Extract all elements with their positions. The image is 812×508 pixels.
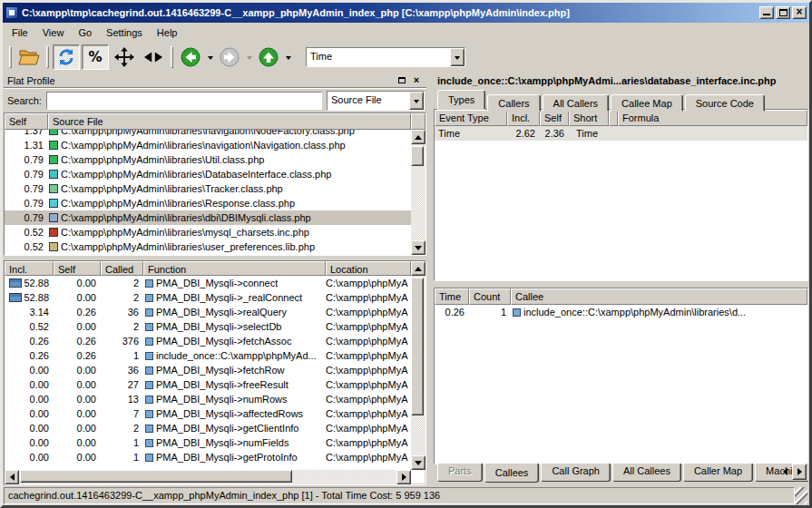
scroll-left-button[interactable] [5,470,19,484]
column-header-incl[interactable]: Incl. [507,110,540,126]
group-by-selector[interactable]: Source File [327,91,425,111]
toolbar-handle[interactable] [46,46,49,68]
maximize-button[interactable] [776,6,790,19]
column-header-callee[interactable]: Callee [511,288,807,305]
file-list-row[interactable]: 0.79 C:\xampp\phpMyAdmin\libraries\Respo… [5,196,411,210]
function-row[interactable]: 52.88 0.00 2 PMA_DBI_Mysqli->connect C:\… [5,276,411,290]
function-row[interactable]: 0.00 0.00 13 PMA_DBI_Mysqli->numRows C:\… [5,392,411,406]
resize-grip[interactable] [795,487,807,504]
dock-float-button[interactable] [396,74,408,86]
tab[interactable]: Callers [487,94,540,112]
menu-item[interactable]: Go [71,24,99,41]
file-list-row[interactable]: 0.79 C:\xampp\phpMyAdmin\libraries\dbi\D… [5,210,411,225]
function-row[interactable]: 0.26 0.26 1 include_once::C:\xampp\phpMy… [5,348,411,363]
toolbar-handle[interactable] [9,46,12,68]
function-table-hscrollbar[interactable] [5,470,411,484]
group-by-dropdown-button[interactable] [409,92,424,110]
dock-close-button[interactable]: × [410,74,423,86]
event-type-selector[interactable]: Time [306,47,465,67]
function-row[interactable]: 0.00 0.00 27 PMA_DBI_Mysqli->freeResult … [5,377,411,392]
function-row[interactable]: 52.88 0.00 2 PMA_DBI_Mysqli->_realConnec… [5,290,411,305]
back-dropdown[interactable] [205,44,215,70]
column-header-count[interactable]: Count [469,288,511,305]
function-row[interactable]: 0.52 0.00 2 PMA_DBI_Mysqli->selectDb C:\… [5,319,411,334]
cost-bar-icon [9,278,22,288]
tab[interactable]: All Callers [543,94,610,112]
function-row[interactable]: 0.00 0.00 36 PMA_DBI_Mysqli->fetchRow C:… [5,363,411,377]
function-row[interactable]: 3.14 0.26 36 PMA_DBI_Mysqli->realQuery C… [5,305,411,319]
menu-item[interactable]: View [35,24,72,41]
tab[interactable]: Caller Map [683,464,753,482]
back-button[interactable] [177,44,204,70]
percent-toggle-button[interactable]: % [82,44,109,70]
menu-item[interactable]: File [5,24,35,41]
column-header-self[interactable]: Self [5,113,48,130]
tab[interactable]: All Callees [612,464,681,482]
tab[interactable]: Callee Map [611,94,683,112]
column-header-self[interactable]: Self [540,110,569,126]
file-list-row[interactable]: 1.31 C:\xampp\phpMyAdmin\libraries\navig… [5,138,411,152]
reload-button[interactable] [53,44,80,70]
scroll-down-button[interactable] [411,455,426,470]
tab[interactable]: Types [437,90,485,110]
tab[interactable]: Source Code [685,94,765,112]
column-header-source-file[interactable]: Source File [48,113,411,130]
header-spacer [411,113,426,130]
open-file-button[interactable] [15,44,43,70]
function-row[interactable]: 0.00 0.00 2 PMA_DBI_Mysqli->getClientInf… [5,421,411,435]
column-header-function[interactable]: Function [143,261,326,276]
scroll-up-button[interactable] [411,130,426,144]
file-list-row[interactable]: 1.37 C:\xampp\phpMyAdmin\libraries\navig… [5,130,411,138]
open-folder-icon [18,48,40,66]
function-row[interactable]: 0.00 0.00 7 PMA_DBI_Mysqli->affectedRows… [5,406,411,421]
tab[interactable]: Callees [484,464,540,483]
close-button[interactable]: × [792,6,807,19]
file-list-row[interactable]: 0.52 C:\xampp\phpMyAdmin\libraries\user_… [5,239,411,254]
scrollbar-thumb[interactable] [20,470,292,483]
file-list-row[interactable]: 0.79 C:\xampp\phpMyAdmin\libraries\Util.… [5,152,411,167]
cycle-detail-button[interactable] [140,44,167,70]
cell-self: 1.37 [5,130,48,136]
tabs-scroll-left-button[interactable] [778,464,792,480]
up-button[interactable] [255,44,282,70]
up-dropdown[interactable] [283,44,293,70]
function-row[interactable]: 0.00 0.00 1 PMA_DBI_Mysqli->getProtoInfo… [5,450,411,464]
back-icon [181,47,201,67]
column-header-time[interactable]: Time [435,288,469,305]
search-input[interactable] [47,93,321,109]
expand-areas-button[interactable] [111,44,138,70]
column-header-incl[interactable]: Incl. [5,261,54,276]
column-header-event-type[interactable]: Event Type [435,110,507,126]
function-row[interactable]: 0.26 0.26 376 PMA_DBI_Mysqli->fetchAssoc… [5,334,411,348]
function-table-vscrollbar[interactable] [411,261,426,470]
vertical-splitter[interactable] [427,72,434,485]
scrollbar-thumb[interactable] [411,146,424,166]
event-type-row[interactable]: Time 2.62 2.36 Time [435,126,807,141]
file-list-row[interactable]: 0.52 C:\xampp\phpMyAdmin\libraries\mysql… [5,225,411,239]
column-header-short[interactable]: Short [569,110,609,126]
scroll-up-button[interactable] [411,261,426,276]
menu-item[interactable]: Settings [99,24,150,41]
flat-profile-panel: Flat Profile × Search: Source File Self … [3,72,427,485]
column-header-self[interactable]: Self [54,261,101,276]
minimize-button[interactable] [759,6,774,19]
menu-item[interactable]: Help [150,24,185,41]
scrollbar-thumb[interactable] [411,278,424,415]
cell-called: 2 [101,321,143,332]
scroll-right-button[interactable] [396,470,411,484]
file-list-row[interactable]: 0.79 C:\xampp\phpMyAdmin\libraries\Datab… [5,167,411,181]
tab[interactable]: Parts [437,464,483,482]
file-list-row[interactable]: 0.79 C:\xampp\phpMyAdmin\libraries\Track… [5,181,411,196]
event-type-dropdown-button[interactable] [450,48,465,66]
tabs-scroll-right-button[interactable] [792,464,807,480]
column-header-called[interactable]: Called [101,261,143,276]
cell-source-file: C:\xampp\phpMyAdmin\libraries\Response.c… [48,198,411,209]
toolbar-handle[interactable] [171,46,173,68]
file-list-vscrollbar[interactable] [411,130,426,255]
scroll-down-button[interactable] [411,240,426,255]
column-header-formula[interactable]: Formula [618,110,807,126]
function-row[interactable]: 0.00 0.00 1 PMA_DBI_Mysqli->numFields C:… [5,435,411,450]
tab[interactable]: Call Graph [541,464,611,482]
column-header-location[interactable]: Location [326,261,411,276]
callee-row[interactable]: 0.26 1 include_once::C:\xampp\phpMyAdmin… [435,305,807,319]
